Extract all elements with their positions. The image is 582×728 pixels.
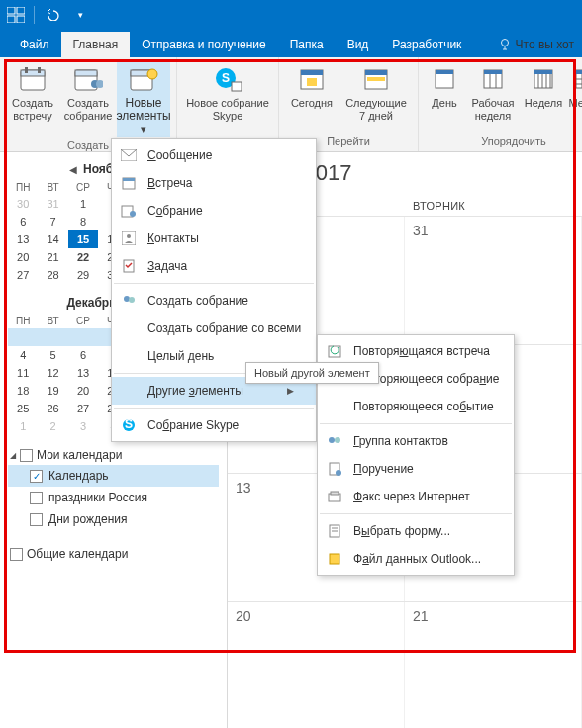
fax-icon	[326, 488, 343, 505]
tab-developer[interactable]: Разработчик	[380, 32, 473, 57]
svg-rect-18	[232, 82, 242, 91]
label: Месяц	[568, 97, 582, 110]
tab-folder[interactable]: Папка	[278, 32, 336, 57]
label: Создать собрание со всеми	[147, 321, 301, 335]
assign-icon	[326, 460, 343, 478]
day-cell[interactable]: 21	[405, 602, 582, 728]
recurring-icon	[326, 342, 343, 360]
tell-me[interactable]: Что вы хот	[486, 32, 582, 57]
checkbox-icon[interactable]	[30, 492, 43, 504]
next7days-button[interactable]: Следующие 7 дней	[340, 61, 412, 125]
month-view-button[interactable]: Месяц	[567, 61, 582, 125]
day-view-button[interactable]: День	[425, 61, 464, 125]
shared-calendars-header[interactable]: Общие календари	[8, 544, 219, 564]
new-appointment-button[interactable]: Создать встречу	[6, 61, 59, 137]
label: Сегодня	[291, 97, 333, 110]
label: Создать встречу	[8, 97, 57, 123]
menu-appointment[interactable]: Встреча	[112, 169, 316, 197]
tell-me-label: Что вы хот	[516, 38, 574, 51]
svg-rect-20	[301, 70, 323, 75]
new-items-button[interactable]: Новые элементы ▾	[117, 61, 170, 137]
svg-rect-61	[331, 492, 339, 495]
calendar-people-icon	[72, 63, 104, 95]
workweek-view-button[interactable]: Рабочая неделя	[466, 61, 520, 125]
menu-recurring-appointment[interactable]: Повторяющаяся встреча	[318, 337, 514, 365]
svg-text:S: S	[222, 71, 230, 85]
label: Неделя	[525, 97, 562, 110]
calendar-icon	[17, 63, 48, 95]
tab-send-receive[interactable]: Отправка и получение	[130, 32, 277, 57]
app-icon[interactable]	[6, 6, 26, 24]
qat-dropdown-icon[interactable]: ▾	[70, 6, 90, 24]
calendar-icon	[120, 174, 138, 192]
group-icon	[326, 432, 343, 450]
label: Календарь	[48, 469, 109, 483]
svg-point-49	[127, 234, 131, 238]
label: праздники Россия	[48, 491, 147, 504]
calendar-item[interactable]: праздники Россия	[8, 487, 219, 508]
day-header: ВТОРНИК	[405, 196, 582, 216]
label: Создать собрание	[147, 294, 248, 308]
menu-task[interactable]: Задача	[112, 252, 316, 280]
tab-file[interactable]: Файл	[8, 32, 61, 57]
calendar-new-icon	[128, 63, 159, 95]
calendar-list: ◢Мои календари ✓Календарьпраздники Росси…	[8, 445, 219, 564]
svg-rect-8	[38, 67, 41, 73]
svg-point-4	[501, 40, 508, 46]
new-meeting-button[interactable]: Создать собрание	[61, 61, 115, 137]
svg-rect-23	[365, 70, 387, 75]
day-cell[interactable]: 31	[405, 217, 582, 344]
chevron-right-icon: ▶	[287, 386, 294, 396]
checkbox-icon[interactable]: ✓	[30, 470, 43, 483]
svg-rect-26	[436, 70, 453, 74]
undo-icon[interactable]	[43, 6, 62, 24]
menu-skype-meeting[interactable]: SСобрание Skype	[112, 411, 316, 439]
label: Целый день	[147, 349, 214, 363]
week-view-button[interactable]: Неделя	[522, 61, 565, 125]
calendar-week-icon	[360, 63, 392, 95]
my-calendars-header[interactable]: ◢Мои календари	[8, 445, 219, 465]
calendar-item[interactable]: ✓Календарь	[8, 465, 219, 487]
menu-choose-form[interactable]: Выбрать форму...	[318, 517, 514, 545]
datafile-icon	[326, 550, 343, 568]
label: Создать собрание	[63, 97, 113, 123]
svg-point-59	[336, 470, 341, 476]
label: Мои календари	[37, 448, 122, 462]
menu-recurring-event[interactable]: Повторяющееся событие	[318, 393, 514, 420]
menu-create-meeting[interactable]: Создать собрание	[112, 287, 316, 315]
group-label: Перейти	[327, 134, 370, 149]
week-row: 2021	[228, 602, 582, 728]
svg-rect-32	[534, 70, 552, 74]
day-icon	[429, 63, 460, 95]
tab-view[interactable]: Вид	[336, 32, 381, 57]
menu-task-request[interactable]: Поручение	[318, 455, 514, 483]
group-label: Создать	[67, 137, 109, 153]
label: Новые элементы ▾	[116, 97, 170, 136]
ribbon-group-new: Создать встречу Создать собрание Новые э…	[0, 57, 177, 151]
month-icon	[569, 63, 582, 95]
prev-month-icon[interactable]: ◀	[69, 164, 77, 175]
menu-outlook-data-file[interactable]: Файл данных Outlook...	[318, 545, 514, 573]
label-rest: ообщение	[156, 148, 213, 162]
svg-rect-3	[17, 16, 25, 23]
week-icon	[528, 63, 559, 95]
menu-contacts[interactable]: Контакты	[112, 225, 316, 252]
ribbon-tabs: Файл Главная Отправка и получение Папка …	[0, 30, 582, 57]
today-button[interactable]: Сегодня	[285, 61, 339, 125]
checkbox-icon[interactable]	[30, 513, 43, 526]
checkbox-icon[interactable]	[20, 449, 33, 462]
svg-rect-38	[576, 70, 582, 74]
tab-home[interactable]: Главная	[61, 32, 131, 57]
svg-rect-1	[17, 7, 25, 14]
checkbox-icon[interactable]	[10, 548, 23, 561]
menu-contact-group[interactable]: Группа контактов	[318, 427, 514, 455]
svg-rect-21	[307, 78, 317, 86]
new-skype-meeting-button[interactable]: S Новое собрание Skype	[183, 61, 272, 125]
svg-rect-10	[75, 70, 97, 76]
menu-internet-fax[interactable]: Факс через Интернет	[318, 483, 514, 510]
menu-message[interactable]: Сообщение	[112, 141, 316, 169]
menu-meeting[interactable]: Собрание	[112, 197, 316, 225]
label: День	[432, 97, 456, 110]
day-cell[interactable]: 20	[228, 602, 405, 728]
calendar-item[interactable]: Дни рождения	[8, 508, 219, 530]
